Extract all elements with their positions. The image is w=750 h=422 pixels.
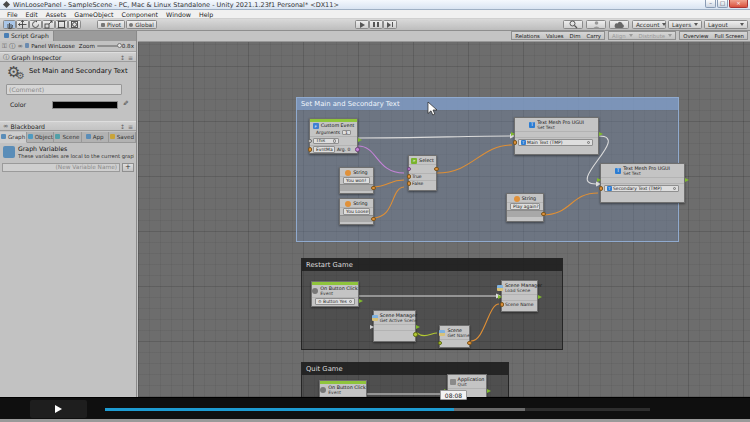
hand-tool-button[interactable] [3,20,16,29]
graph-canvas[interactable]: Set Main and Secondary Text Restart Game… [138,42,750,397]
node-select[interactable]: » Select True False [408,155,437,191]
arg0-out-port[interactable] [355,147,360,152]
node-on-button-click-yes[interactable]: On Button Click Event ⚙ Button Yes [311,281,359,307]
video-play-button[interactable] [30,400,87,418]
trigger-out-port[interactable] [487,389,491,393]
object-picker-icon[interactable] [673,187,677,191]
move-tool-button[interactable] [16,20,29,29]
trigger-out-port[interactable] [599,132,603,136]
trigger-in-port[interactable] [370,325,374,329]
node-load-scene[interactable]: Scene Manager Load Scene Scene Name [501,280,538,312]
node-custom-event[interactable]: ⚡ Custom Event Arguments 1 This EvntMa A… [309,118,358,154]
global-toggle-button[interactable]: Global [126,20,157,29]
layers-dropdown[interactable]: Layers [668,20,702,29]
trigger-in-port[interactable] [511,132,515,136]
string-out-port[interactable] [541,212,546,217]
rotate-tool-button[interactable] [29,20,42,29]
menu-window[interactable]: Window [162,11,195,18]
name-in-port[interactable] [308,147,313,152]
menu-dots-icon[interactable]: ≡ [128,54,133,61]
arguments-field[interactable]: 1 [342,130,351,136]
node-string-loose[interactable]: String You Loose! [339,198,374,225]
string-value-field[interactable]: You won! [343,177,370,184]
event-name-field[interactable]: EvntMa [313,146,335,153]
tab-object-variables[interactable]: Object [27,132,54,143]
object-picker-icon[interactable] [333,139,337,143]
relations-button[interactable]: Relations [511,31,544,40]
trigger-out-port[interactable] [685,178,689,182]
maximize-button[interactable]: □ [717,0,728,8]
values-button[interactable]: Values [543,31,568,40]
node-string-won[interactable]: String You won! [339,167,374,194]
node-get-name[interactable]: Scene Get Name [439,325,470,348]
color-swatch[interactable] [52,101,118,109]
scale-tool-button[interactable] [42,20,55,29]
node-set-secondary-text[interactable]: T Text Mesh Pro UGUI Set Text T Secondar… [600,163,685,203]
tab-scene-variables[interactable]: Scene [54,132,81,143]
tab-saved-variables[interactable]: Saved [109,132,136,143]
node-string-again[interactable]: String Play again? [506,193,544,222]
menu-assets[interactable]: Assets [42,11,71,18]
target-field[interactable]: T Secondary Text (TMP) [604,185,679,192]
add-variable-button[interactable]: + [122,163,134,172]
cloud-button[interactable] [609,20,629,29]
zoom-slider-handle[interactable] [117,43,122,48]
blackboard-header[interactable]: ∞ Blackboard ↕≡ [0,121,136,131]
node-set-main-text[interactable]: T Text Mesh Pro UGUI Set Text T Main Tex… [514,117,599,155]
this-field[interactable]: This [313,138,339,145]
scene-out-port[interactable] [413,332,418,337]
condition-in-port[interactable] [407,167,412,172]
trigger-out-port[interactable] [538,295,542,299]
pause-button[interactable] [369,20,383,29]
group-title[interactable]: Set Main and Secondary Text [297,98,678,110]
trigger-in-port[interactable] [498,295,502,299]
this-port[interactable] [308,139,313,144]
menu-edit[interactable]: Edit [22,11,42,18]
new-variable-input[interactable] [2,163,120,172]
false-in-port[interactable] [407,181,412,186]
text-in-port[interactable] [599,186,604,191]
minimize-button[interactable]: – [705,0,716,8]
target-field[interactable]: T Main Text (TMP) [518,139,593,146]
graph-owner-label[interactable]: Panel WinLoose [31,43,75,49]
play-button[interactable] [355,20,369,29]
distribute-dropdown[interactable]: Distribute [636,31,677,40]
scene-in-port[interactable] [438,341,443,346]
resize-icon[interactable]: ↕ [120,54,125,61]
object-picker-icon[interactable] [349,300,353,304]
zoom-slider[interactable] [97,45,120,47]
string-out-port[interactable] [371,186,376,191]
account-dropdown[interactable]: Account [632,20,666,29]
info-icon[interactable]: ⓘ [9,43,16,50]
rect-tool-button[interactable] [55,20,68,29]
node-on-button-click-no[interactable]: On Button Click Event ⚙ Button No [319,380,367,397]
align-dropdown[interactable]: Align [608,31,637,40]
string-value-field[interactable]: You Loose! [343,208,370,215]
transform-tool-button[interactable] [68,20,81,29]
true-in-port[interactable] [407,174,412,179]
group-title[interactable]: Restart Game [302,259,562,271]
tab-graph-variables[interactable]: Graph [0,132,27,143]
object-picker-icon[interactable] [587,141,591,145]
dim-button[interactable]: Dim [567,31,585,40]
menu-help[interactable]: Help [195,11,217,18]
trigger-in-port[interactable] [597,178,601,182]
node-get-active-scene[interactable]: Scene Manager Get Active Scene [373,310,416,342]
scene-name-in-port[interactable] [500,302,505,307]
tab-script-graph[interactable]: Script Graph [0,31,54,41]
video-seek-bar[interactable] [105,408,650,411]
pivot-toggle-button[interactable]: Pivot [97,20,125,29]
carry-button[interactable]: Carry [583,31,605,40]
trigger-out-port[interactable] [358,138,362,142]
layout-dropdown[interactable]: Layout [704,20,748,29]
string-out-port[interactable] [371,217,376,222]
tab-app-variables[interactable]: App [82,132,109,143]
string-value-field[interactable]: Play again? [510,203,540,210]
overview-button[interactable]: Overview [679,31,712,40]
close-button[interactable]: × [729,0,748,8]
resize-icon[interactable]: ↕ [120,123,125,130]
text-in-port[interactable] [513,140,518,145]
button-target-field[interactable]: ⚙ Button Yes [315,298,355,305]
menu-component[interactable]: Component [118,11,163,18]
name-out-port[interactable] [467,341,472,346]
